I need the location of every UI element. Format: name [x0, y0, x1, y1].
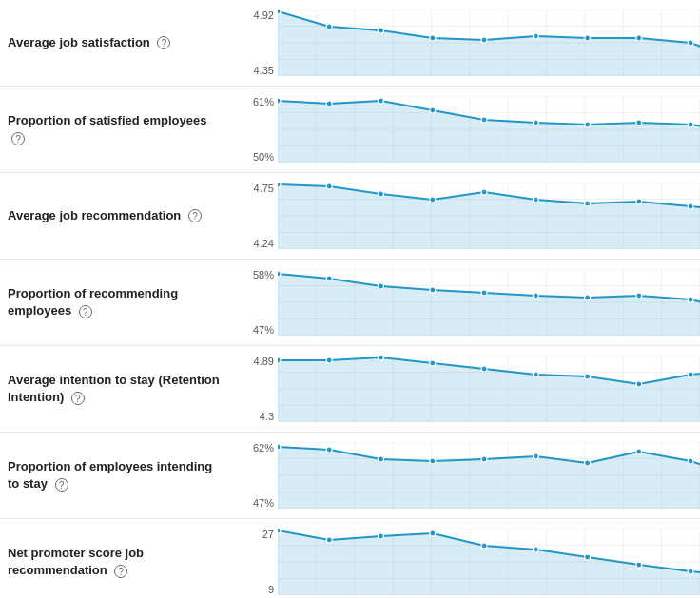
svg-marker-17 [278, 11, 700, 76]
svg-point-20 [379, 28, 384, 33]
svg-point-115 [636, 293, 642, 299]
metric-chart-prop-recommending [278, 269, 700, 336]
svg-point-55 [636, 120, 642, 125]
metric-row-prop-recommending: Proportion of recommending employees ?58… [0, 260, 700, 346]
svg-point-23 [533, 33, 538, 39]
svg-point-145 [636, 381, 642, 387]
help-icon[interactable]: ? [157, 36, 170, 49]
metric-chart-avg-job-recommendation [278, 183, 700, 249]
svg-point-80 [379, 191, 384, 197]
svg-point-48 [278, 98, 281, 104]
metric-scale-avg-job-satisfaction: 4.924.35 [238, 10, 278, 76]
scale-top: 4.92 [254, 10, 274, 21]
svg-marker-77 [278, 184, 700, 249]
metric-scale-prop-intending-stay: 62%47% [238, 442, 278, 509]
svg-point-81 [430, 197, 436, 203]
svg-point-139 [326, 357, 332, 363]
svg-point-202 [481, 543, 487, 549]
svg-point-52 [481, 117, 487, 123]
svg-point-51 [430, 107, 436, 113]
svg-point-169 [326, 447, 332, 453]
help-icon[interactable]: ? [114, 565, 127, 578]
metric-label-prop-satisfied: Proportion of satisfied employees ? [0, 112, 238, 146]
svg-point-25 [636, 35, 642, 41]
help-icon[interactable]: ? [71, 392, 85, 405]
svg-point-85 [636, 199, 642, 204]
svg-point-86 [688, 203, 693, 209]
metric-chart-net-promoter-score [278, 529, 700, 595]
metric-chart-avg-intention-stay [278, 356, 700, 422]
scale-bottom: 4.35 [254, 65, 274, 76]
svg-point-174 [585, 460, 591, 466]
help-icon[interactable]: ? [188, 209, 202, 222]
help-icon[interactable]: ? [55, 478, 68, 492]
scale-bottom: 50% [253, 151, 274, 163]
svg-point-109 [326, 276, 332, 281]
svg-point-144 [585, 374, 591, 379]
metric-chart-prop-satisfied [278, 96, 700, 163]
metric-label-prop-intending-stay: Proportion of employees intending to sta… [0, 458, 238, 492]
metric-scale-avg-job-recommendation: 4.754.24 [238, 183, 278, 249]
svg-point-108 [278, 271, 281, 277]
svg-point-199 [326, 537, 332, 543]
metric-row-prop-satisfied: Proportion of satisfied employees ?61%50… [0, 87, 700, 173]
scale-top: 58% [253, 269, 274, 280]
metric-row-net-promoter-score: Net promoter score job recommendation ?2… [0, 519, 700, 598]
svg-point-83 [533, 197, 538, 203]
scale-bottom: 9 [268, 584, 274, 595]
svg-point-206 [688, 569, 693, 574]
scale-top: 62% [253, 442, 274, 453]
svg-marker-137 [278, 357, 700, 422]
svg-point-84 [585, 201, 591, 206]
metric-label-avg-job-satisfaction: Average job satisfaction ? [0, 34, 238, 51]
scale-bottom: 47% [253, 324, 274, 336]
svg-marker-167 [278, 447, 700, 509]
metric-row-avg-job-recommendation: Average job recommendation ?4.754.24 [0, 173, 700, 260]
svg-point-53 [533, 120, 538, 125]
svg-point-173 [533, 453, 538, 459]
metric-label-avg-job-recommendation: Average job recommendation ? [0, 207, 238, 224]
svg-point-24 [585, 35, 591, 41]
svg-marker-47 [278, 101, 700, 163]
svg-point-175 [636, 449, 642, 454]
svg-point-143 [533, 372, 538, 377]
svg-point-79 [326, 183, 332, 189]
svg-point-112 [481, 290, 487, 296]
metric-scale-prop-recommending: 58%47% [238, 269, 278, 336]
metric-label-avg-intention-stay: Average intention to stay (Retention Int… [0, 372, 238, 406]
svg-point-141 [430, 360, 436, 366]
scale-top: 4.75 [254, 183, 274, 194]
svg-point-111 [430, 287, 436, 293]
svg-point-172 [481, 456, 487, 462]
metric-label-net-promoter-score: Net promoter score job recommendation ? [0, 545, 238, 579]
svg-point-168 [278, 444, 281, 450]
svg-point-116 [688, 297, 693, 302]
svg-point-146 [688, 372, 693, 377]
svg-point-18 [278, 10, 281, 14]
svg-point-56 [688, 122, 693, 127]
svg-point-204 [585, 554, 591, 560]
svg-marker-107 [278, 274, 700, 336]
help-icon[interactable]: ? [11, 132, 25, 145]
svg-point-142 [481, 366, 487, 372]
scale-bottom: 4.24 [254, 238, 274, 249]
svg-point-110 [379, 283, 384, 289]
svg-point-50 [379, 98, 384, 104]
metric-scale-avg-intention-stay: 4.894.3 [238, 356, 278, 422]
svg-point-140 [379, 356, 384, 360]
metric-label-prop-recommending: Proportion of recommending employees ? [0, 285, 238, 319]
svg-point-19 [326, 24, 332, 29]
metric-row-avg-intention-stay: Average intention to stay (Retention Int… [0, 346, 700, 433]
scale-top: 4.89 [254, 356, 274, 367]
svg-point-54 [585, 122, 591, 127]
metric-chart-avg-job-satisfaction [278, 10, 700, 76]
svg-point-49 [326, 101, 332, 106]
svg-point-205 [636, 562, 642, 568]
svg-point-26 [688, 40, 693, 46]
svg-point-78 [278, 183, 281, 187]
metric-scale-prop-satisfied: 61%50% [238, 96, 278, 163]
scale-top: 27 [262, 529, 274, 540]
metric-row-avg-job-satisfaction: Average job satisfaction ?4.924.35 [0, 0, 700, 87]
help-icon[interactable]: ? [79, 305, 92, 318]
scale-bottom: 4.3 [260, 411, 274, 422]
